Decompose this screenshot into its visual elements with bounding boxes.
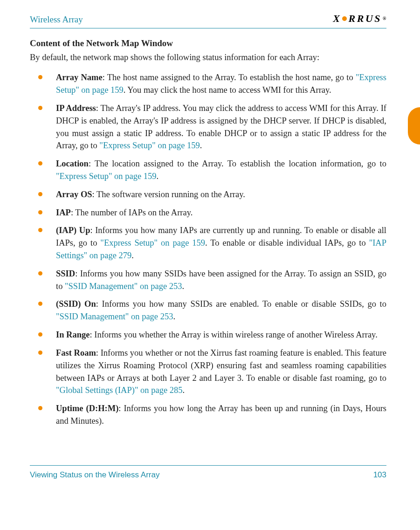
intro-text: By default, the network map shows the fo…	[30, 51, 386, 64]
body-text: : The number of IAPs on the Array.	[71, 208, 193, 217]
body-text: : The software version running on the Ar…	[92, 190, 245, 199]
list-item: Array Name: The host name assigned to th…	[30, 71, 386, 96]
page-footer: Viewing Status on the Wireless Array 103	[30, 465, 386, 481]
list-item: SSID: Informs you how many SSIDs have be…	[30, 268, 386, 293]
list-item: Array OS: The software version running o…	[30, 188, 386, 201]
body-text: : Informs you whether or not the Xirrus …	[56, 348, 386, 383]
list-item: IP Address: The Array's IP address. You …	[30, 102, 386, 152]
cross-ref-link[interactable]: "Express Setup" on page 159	[99, 141, 200, 150]
body-text: .	[182, 282, 184, 291]
term: In Range	[56, 330, 90, 339]
body-text: . You may click the host name to access …	[124, 85, 331, 95]
list-item: IAP: The number of IAPs on the Array.	[30, 206, 386, 219]
page-header: Wireless Array X RRUS ®	[30, 11, 386, 28]
list-item: (SSID) On: Informs you how many SSIDs ar…	[30, 298, 386, 323]
cross-ref-link[interactable]: "Express Setup" on page 159	[56, 172, 157, 181]
logo-letter: S	[374, 11, 380, 26]
logo-letter: R	[357, 11, 364, 26]
body-text: . To enable or disable individual IAPs, …	[205, 238, 369, 248]
body-text: .	[173, 312, 175, 321]
cross-ref-link[interactable]: "SSID Management" on page 253	[56, 312, 173, 321]
term: SSID	[56, 269, 75, 278]
body-text: .	[183, 385, 185, 395]
term: Array Name	[56, 73, 103, 82]
section-title: Content of the Network Map Window	[30, 37, 386, 50]
term: (SSID) On	[56, 299, 96, 309]
section-tab	[408, 107, 420, 145]
term: Uptime (D:H:M)	[56, 404, 118, 413]
logo-trademark: ®	[383, 15, 386, 22]
body-text: .	[131, 251, 134, 260]
body-text: : The host name assigned to the Array. T…	[103, 73, 356, 82]
cross-ref-link[interactable]: "SSID Management" on page 253	[65, 282, 182, 291]
list-item: Fast Roam: Informs you whether or not th…	[30, 347, 386, 397]
term: IAP	[56, 208, 71, 217]
page-number: 103	[373, 469, 386, 481]
logo-letter: X	[333, 11, 340, 26]
footer-section: Viewing Status on the Wireless Array	[30, 469, 159, 481]
term: (IAP) Up	[56, 226, 90, 235]
term: Array OS	[56, 190, 92, 199]
brand-logo: X RRUS ®	[333, 11, 386, 26]
definition-list: Array Name: The host name assigned to th…	[30, 71, 386, 427]
body-text: .	[200, 141, 202, 150]
body-text: .	[157, 172, 159, 181]
cross-ref-link[interactable]: "Express Setup" on page 159	[100, 238, 205, 248]
logo-letter: R	[349, 11, 356, 26]
body-text: : Informs you how many SSIDs are enabled…	[96, 299, 386, 309]
list-item: (IAP) Up: Informs you how many IAPs are …	[30, 224, 386, 262]
logo-letter: U	[365, 11, 373, 26]
body-text: : The location assigned to the Array. To…	[89, 159, 386, 168]
body-text: : Informs you whether the Array is withi…	[90, 330, 377, 339]
list-item: In Range: Informs you whether the Array …	[30, 329, 386, 341]
list-item: Location: The location assigned to the A…	[30, 158, 386, 183]
term: IP Address	[56, 103, 96, 113]
term: Fast Roam	[56, 348, 96, 358]
cross-ref-link[interactable]: "Global Settings (IAP)" on page 285	[56, 385, 183, 395]
logo-dot-icon	[342, 16, 347, 21]
list-item: Uptime (D:H:M): Informs you how long the…	[30, 402, 386, 427]
term: Location	[56, 159, 89, 168]
header-title: Wireless Array	[30, 13, 83, 26]
